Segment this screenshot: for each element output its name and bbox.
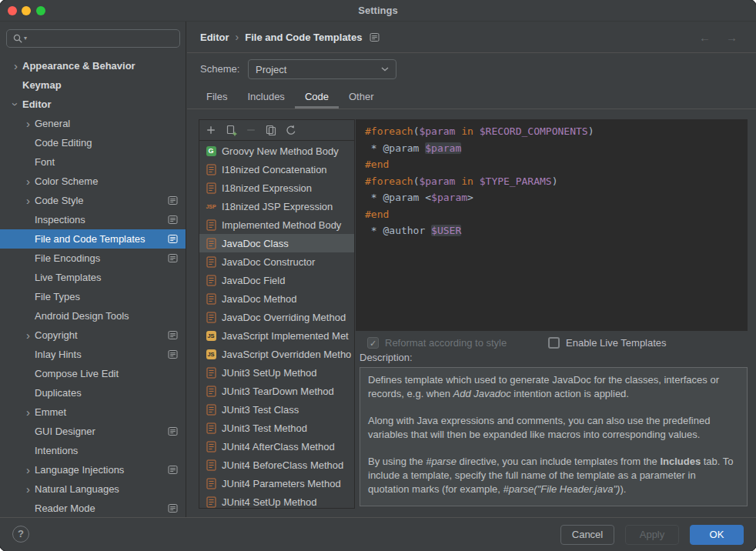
file-template-icon	[205, 441, 217, 452]
code-token: #foreach	[365, 175, 413, 187]
chevron-down-icon[interactable]: ›	[10, 98, 22, 111]
sidebar-item-gui-designer[interactable]: GUI Designer	[0, 422, 186, 441]
template-item-implemented-method-body[interactable]: Implemented Method Body	[199, 215, 354, 234]
javascript-icon: JS	[205, 331, 217, 341]
template-item-junit3-test-method[interactable]: JUnit3 Test Method	[199, 419, 354, 437]
template-item-label: I18nized JSP Expression	[222, 201, 333, 212]
template-item-junit3-teardown-method[interactable]: JUnit3 TearDown Method	[199, 382, 354, 400]
settings-page-icon	[168, 195, 178, 205]
sidebar-item-file-types[interactable]: File Types	[0, 287, 186, 306]
code-token: $param	[419, 175, 455, 187]
settings-search-input[interactable]	[6, 29, 180, 48]
template-item-junit4-parameters-method[interactable]: JUnit4 Parameters Method	[199, 474, 354, 493]
template-item-junit3-test-class[interactable]: JUnit3 Test Class	[199, 400, 354, 419]
search-options-caret-icon[interactable]: ▾	[24, 33, 27, 44]
back-icon[interactable]: ←	[699, 31, 711, 44]
sidebar-item-android-design-tools[interactable]: Android Design Tools	[0, 306, 186, 326]
tab-files[interactable]: Files	[196, 86, 237, 109]
sidebar-item-language-injections[interactable]: ›Language Injections	[0, 460, 186, 479]
template-item-i18nized-jsp-expression[interactable]: JSPI18nized JSP Expression	[199, 197, 354, 215]
chevron-right-icon[interactable]: ›	[22, 175, 35, 187]
template-item-javadoc-field[interactable]: JavaDoc Field	[199, 271, 354, 289]
description-text: #parse	[426, 456, 457, 467]
template-item-label: JUnit3 TearDown Method	[222, 386, 334, 397]
template-item-javadoc-class[interactable]: JavaDoc Class	[199, 234, 354, 252]
template-item-javadoc-overriding-method[interactable]: JavaDoc Overriding Method	[199, 308, 354, 326]
breadcrumb-editor[interactable]: Editor	[200, 32, 229, 43]
sidebar-item-file-and-code-templates[interactable]: File and Code Templates	[0, 229, 186, 249]
chevron-right-icon[interactable]: ›	[22, 406, 35, 418]
file-template-icon	[205, 404, 217, 416]
sidebar-item-duplicates[interactable]: Duplicates	[0, 383, 186, 402]
template-item-junit3-setup-method[interactable]: JUnit3 SetUp Method	[199, 363, 354, 382]
cancel-button[interactable]: Cancel	[560, 525, 614, 545]
sidebar-item-font[interactable]: Font	[0, 152, 186, 172]
ok-button[interactable]: OK	[690, 525, 744, 545]
file-template-icon	[205, 164, 217, 175]
sidebar-item-editor[interactable]: ›Editor	[0, 95, 186, 114]
template-item-javascript-implemented-met[interactable]: JSJavaScript Implemented Met	[199, 326, 354, 345]
tab-code[interactable]: Code	[295, 86, 339, 109]
chevron-right-icon[interactable]: ›	[22, 464, 35, 476]
sidebar-item-copyright[interactable]: ›Copyright	[0, 326, 186, 345]
reset-template-icon[interactable]	[283, 122, 299, 138]
code-line: #end	[365, 156, 748, 173]
sidebar-item-intentions[interactable]: Intentions	[0, 441, 186, 460]
forward-icon[interactable]: →	[726, 31, 738, 44]
template-item-label: I18nized Expression	[222, 182, 312, 194]
sidebar-item-inspections[interactable]: Inspections	[0, 210, 186, 229]
settings-sidebar: ▾ ›Appearance & BehaviorKeymap›Editor›Ge…	[0, 22, 186, 517]
enable-live-templates-checkbox[interactable]	[548, 337, 560, 349]
sidebar-item-code-editing[interactable]: Code Editing	[0, 133, 186, 152]
code-line: #end	[365, 206, 748, 223]
chevron-right-icon[interactable]: ›	[22, 195, 35, 206]
chevron-down-icon	[381, 67, 389, 72]
code-token: >	[467, 192, 473, 203]
tab-includes[interactable]: Includes	[237, 86, 294, 109]
sidebar-item-label: File and Code Templates	[35, 233, 146, 245]
apply-button: Apply	[625, 525, 679, 545]
template-list-toolbar	[199, 120, 354, 141]
template-item-groovy-new-method-body[interactable]: GGroovy New Method Body	[199, 142, 354, 160]
sidebar-item-general[interactable]: ›General	[0, 114, 186, 133]
chevron-right-icon[interactable]: ›	[22, 329, 35, 341]
create-child-template-icon[interactable]	[223, 122, 239, 138]
template-editor[interactable]: #foreach($param in $RECORD_COMPONENTS) *…	[356, 119, 748, 331]
tab-other[interactable]: Other	[339, 86, 384, 109]
template-item-i18nized-expression[interactable]: I18nized Expression	[199, 179, 354, 197]
description-box[interactable]: Defines template which used to generate …	[360, 367, 748, 506]
breadcrumb-separator-icon: ›	[236, 31, 239, 43]
sidebar-item-color-scheme[interactable]: ›Color Scheme	[0, 172, 186, 191]
template-item-junit4-beforeclass-method[interactable]: JUnit4 BeforeClass Method	[199, 456, 354, 474]
template-item-junit4-setup-method[interactable]: JUnit4 SetUp Method	[199, 493, 354, 508]
template-item-javadoc-constructor[interactable]: JavaDoc Constructor	[199, 252, 354, 271]
add-template-icon[interactable]	[203, 122, 219, 138]
sidebar-item-keymap[interactable]: Keymap	[0, 75, 186, 95]
template-item-javascript-overridden-metho[interactable]: JSJavaScript Overridden Metho	[199, 345, 354, 363]
sidebar-item-reader-mode[interactable]: Reader Mode	[0, 499, 186, 517]
settings-page-icon	[168, 330, 178, 340]
template-item-i18nized-concatenation[interactable]: I18nized Concatenation	[199, 160, 354, 179]
template-item-javadoc-method[interactable]: JavaDoc Method	[199, 289, 354, 308]
chevron-right-icon[interactable]: ›	[9, 60, 22, 72]
file-template-icon	[205, 312, 217, 323]
chevron-right-icon[interactable]: ›	[22, 118, 35, 129]
code-token: $RECORD_COMPONENTS	[480, 125, 588, 137]
search-icon: ▾	[12, 33, 27, 44]
sidebar-item-live-templates[interactable]: Live Templates	[0, 268, 186, 287]
template-item-junit4-afterclass-method[interactable]: JUnit4 AfterClass Method	[199, 437, 354, 456]
sidebar-item-emmet[interactable]: ›Emmet	[0, 402, 186, 422]
sidebar-item-code-style[interactable]: ›Code Style	[0, 191, 186, 210]
sidebar-item-inlay-hints[interactable]: Inlay Hints	[0, 345, 186, 364]
copy-template-icon[interactable]	[263, 122, 279, 138]
help-button[interactable]: ?	[12, 526, 29, 543]
scheme-dropdown[interactable]: Project	[248, 59, 396, 79]
sidebar-item-appearance-behavior[interactable]: ›Appearance & Behavior	[0, 56, 186, 75]
chevron-right-icon[interactable]: ›	[22, 483, 35, 495]
sidebar-item-compose-live-edit[interactable]: Compose Live Edit	[0, 364, 186, 383]
sidebar-item-label: Color Scheme	[35, 175, 98, 187]
file-template-icon	[205, 367, 217, 379]
description-paragraph: Along with Java expressions and comments…	[368, 414, 739, 442]
sidebar-item-file-encodings[interactable]: File Encodings	[0, 249, 186, 268]
sidebar-item-natural-languages[interactable]: ›Natural Languages	[0, 479, 186, 499]
